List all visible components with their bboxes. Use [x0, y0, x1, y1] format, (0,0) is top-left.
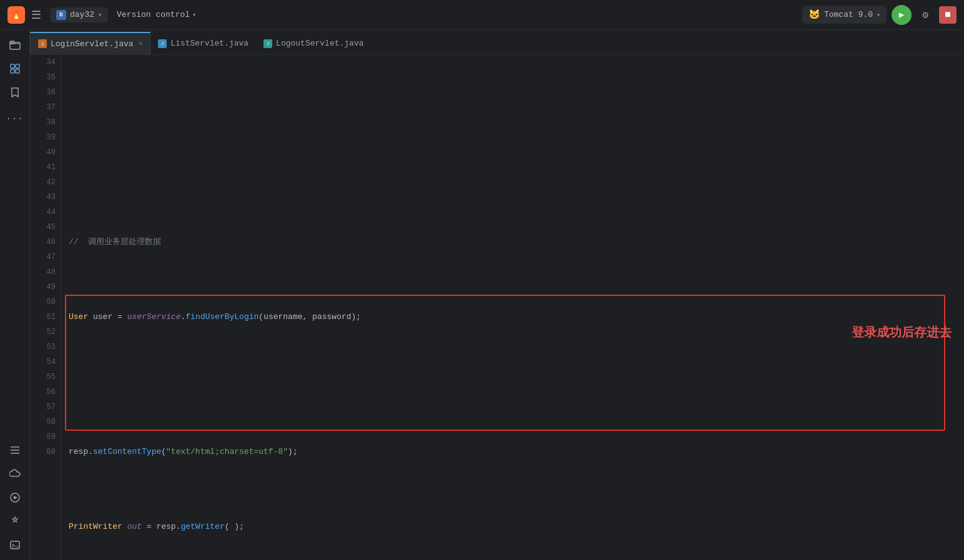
project-icon: D [56, 10, 66, 20]
code-line-39: PrintWriter out = resp.getWriter( ); [69, 519, 957, 534]
code-content: 登录成功后存进去 // 调用业务层处理数据 User user = userSe… [61, 55, 964, 560]
tab-loginservlet[interactable]: J LoginServlet.java ✕ [30, 32, 150, 54]
tab-icon-logoutservlet: J [263, 39, 272, 48]
tab-close-loginservlet[interactable]: ✕ [139, 41, 143, 47]
tomcat-config-btn[interactable]: 🐱 Tomcat 9.0 ▾ [802, 6, 887, 24]
chevron-down-icon: ▾ [98, 11, 102, 19]
sidebar-item-structure[interactable] [5, 59, 25, 79]
sidebar-item-bookmark[interactable] [5, 82, 25, 102]
code-line-38: resp.setContentType("text/html;charset=u… [69, 445, 957, 459]
tab-logoutservlet[interactable]: J LogoutServlet.java [256, 32, 371, 54]
run-button[interactable]: ▶ [892, 5, 912, 25]
power-button[interactable]: ■ [939, 6, 957, 24]
svg-marker-10 [14, 496, 17, 499]
sidebar-icons: ··· [0, 30, 30, 560]
titlebar: 🔥 ☰ D day32 ▾ Version control ▾ 🐱 Tomcat… [0, 0, 964, 30]
sidebar-item-folder[interactable] [5, 35, 25, 55]
tab-icon-listservlet: J [158, 39, 167, 48]
project-label: day32 [70, 10, 94, 19]
svg-rect-4 [11, 69, 14, 73]
hamburger-icon[interactable]: ☰ [31, 8, 41, 22]
sidebar-item-terminal[interactable] [5, 535, 25, 555]
code-line-36: User user = userService.findUserByLogin(… [69, 310, 957, 325]
tomcat-label: Tomcat 9.0 [824, 10, 873, 19]
sidebar-item-list[interactable] [5, 440, 25, 460]
tabs-bar: J LoginServlet.java ✕ J ListServlet.java… [30, 30, 964, 55]
version-control-label: Version control [117, 10, 190, 19]
code-line-35: // 调用业务层处理数据 [69, 235, 957, 250]
red-annotation: 登录成功后存进去 [852, 325, 952, 340]
editor-area: J LoginServlet.java ✕ J ListServlet.java… [30, 30, 964, 560]
svg-rect-11 [11, 541, 19, 549]
tab-label-listservlet: ListServlet.java [170, 39, 248, 48]
gear-icon[interactable]: ⚙ [917, 6, 934, 24]
version-chevron-icon: ▾ [192, 11, 196, 19]
sidebar-item-tools[interactable] [5, 511, 25, 531]
code-editor[interactable]: 34 35 36 37 38 39 40 41 42 43 44 45 46 4… [30, 55, 964, 560]
app-logo: 🔥 [7, 6, 25, 24]
tab-label-logoutservlet: LogoutServlet.java [276, 39, 363, 48]
sidebar-item-play[interactable] [5, 488, 25, 508]
tab-label-loginservlet: LoginServlet.java [51, 39, 134, 49]
sidebar-item-more[interactable]: ··· [5, 109, 25, 129]
project-name-btn[interactable]: D day32 ▾ [50, 7, 108, 22]
line-numbers: 34 35 36 37 38 39 40 41 42 43 44 45 46 4… [30, 55, 61, 560]
titlebar-right: 🐱 Tomcat 9.0 ▾ ▶ ⚙ ■ [802, 5, 957, 25]
main-layout: ··· [0, 30, 964, 560]
svg-rect-3 [16, 64, 19, 68]
tab-listservlet[interactable]: J ListServlet.java [150, 32, 256, 54]
svg-rect-2 [11, 64, 14, 68]
tomcat-icon: 🐱 [809, 9, 820, 21]
svg-rect-5 [16, 69, 19, 73]
tab-icon-loginservlet: J [38, 39, 47, 48]
sidebar-item-cloud[interactable] [5, 464, 25, 484]
tomcat-chevron-icon: ▾ [877, 11, 880, 19]
version-control-btn[interactable]: Version control ▾ [117, 10, 196, 19]
